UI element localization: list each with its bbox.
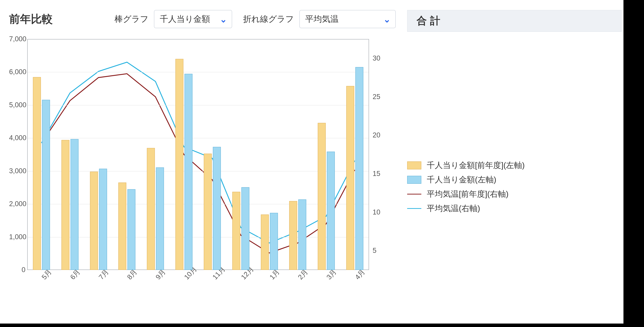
gridline — [28, 204, 368, 204]
bar-prev — [62, 140, 70, 270]
bar-current — [42, 100, 50, 270]
bar-prev — [90, 172, 98, 270]
legend-label: 平均気温(右軸) — [427, 203, 480, 214]
bar-current — [99, 169, 107, 270]
gridline — [28, 72, 368, 72]
gridline — [28, 171, 368, 172]
gridline — [28, 237, 368, 238]
legend-swatch-icon — [407, 176, 421, 184]
y-left-tick: 4,000 — [9, 134, 26, 142]
chart-plot: 01,0002,0003,0004,0005,0006,0007,0005101… — [9, 39, 382, 321]
y-left-tick: 1,000 — [9, 233, 26, 241]
bar-prev — [289, 201, 297, 270]
y-left-tick: 3,000 — [9, 167, 26, 175]
chart-legend: 千人当り金額[前年度](左軸) 千人当り金額(左軸) 平均気温[前年度](右軸)… — [407, 160, 567, 218]
bar-metric-value: 千人当り金額 — [160, 14, 210, 25]
y-left-tick: 7,000 — [9, 35, 26, 43]
legend-item-prev-line: 平均気温[前年度](右軸) — [407, 189, 567, 200]
legend-item-cur-bar: 千人当り金額(左軸) — [407, 174, 567, 185]
main-panel: 前年比較 棒グラフ 千人当り金額 折れ線グラフ 平均気温 合計 千人 — [0, 0, 624, 324]
app-root: 前年比較 棒グラフ 千人当り金額 折れ線グラフ 平均気温 合計 千人 — [0, 0, 644, 327]
bar-current — [242, 187, 250, 270]
legend-line-icon — [407, 208, 421, 209]
bar-current — [213, 147, 221, 270]
gridline — [28, 105, 368, 106]
bar-current — [298, 200, 306, 270]
bar-prev — [318, 123, 326, 270]
legend-item-prev-bar: 千人当り金額[前年度](左軸) — [407, 160, 567, 171]
legend-line-icon — [407, 194, 421, 194]
bar-prev — [204, 154, 212, 270]
y-left-tick: 5,000 — [9, 101, 26, 109]
bar-current — [70, 139, 78, 270]
bar-current — [327, 152, 335, 270]
bar-metric-select[interactable]: 千人当り金額 — [154, 10, 232, 28]
bar-prev — [176, 59, 184, 270]
bar-current — [128, 189, 136, 270]
y-right-tick: 15 — [372, 170, 384, 178]
y-right-tick: 30 — [372, 54, 384, 62]
bar-current — [355, 67, 363, 270]
page-title: 前年比較 — [9, 12, 53, 26]
bar-prev — [33, 77, 41, 270]
legend-label: 平均気温[前年度](右軸) — [427, 189, 508, 200]
totals-label: 合計 — [416, 14, 444, 28]
bar-prev — [346, 86, 354, 270]
bar-current — [270, 213, 278, 270]
bar-prev — [232, 192, 240, 270]
chevron-down-icon — [220, 16, 226, 22]
bar-select-label: 棒グラフ — [114, 14, 148, 25]
bar-prev — [261, 214, 269, 270]
legend-swatch-icon — [407, 162, 421, 170]
bar-current — [184, 74, 192, 270]
chevron-down-icon — [384, 16, 390, 22]
y-left-tick: 0 — [9, 266, 26, 274]
totals-panel: 合計 — [407, 10, 622, 32]
legend-item-cur-line: 平均気温(右軸) — [407, 203, 567, 214]
legend-label: 千人当り金額(左軸) — [427, 174, 496, 185]
gridline — [28, 138, 368, 138]
y-right-tick: 25 — [372, 93, 384, 101]
bar-prev — [118, 182, 126, 270]
bar-prev — [147, 148, 155, 270]
y-right-tick: 5 — [372, 247, 384, 254]
y-left-tick: 6,000 — [9, 68, 26, 76]
line-metric-select[interactable]: 平均気温 — [299, 10, 396, 28]
y-right-tick: 20 — [372, 131, 384, 139]
y-left-tick: 2,000 — [9, 200, 26, 208]
legend-label: 千人当り金額[前年度](左軸) — [427, 160, 525, 171]
line-metric-value: 平均気温 — [305, 14, 339, 25]
y-right-tick: 10 — [372, 208, 384, 216]
bar-current — [156, 168, 164, 270]
line-select-label: 折れ線グラフ — [243, 14, 294, 25]
line-current — [42, 62, 355, 243]
